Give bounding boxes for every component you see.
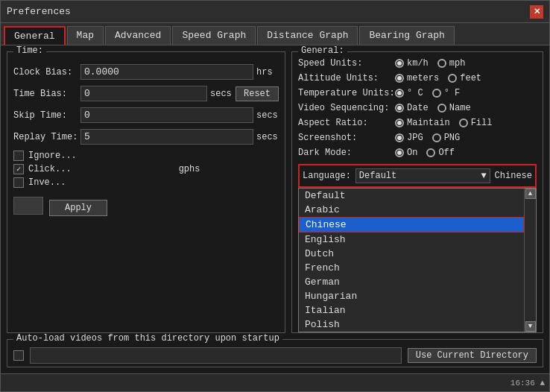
lang-default[interactable]: Default	[299, 189, 524, 203]
screenshot-row: Screenshot: JPG PNG	[298, 133, 537, 143]
temp-f-radio[interactable]	[432, 89, 441, 98]
temp-units-label: Temperature Units:	[298, 88, 395, 98]
time-bias-input[interactable]	[80, 86, 207, 101]
tab-speed-graph[interactable]: Speed Graph	[172, 26, 256, 45]
scroll-track	[525, 199, 536, 321]
lang-chinese[interactable]: Chinese	[299, 217, 524, 233]
dropdown-arrow-icon[interactable]: ▼	[481, 171, 486, 181]
replay-time-row: Replay Time: secs	[13, 129, 279, 145]
scroll-up-button[interactable]: ▲	[525, 189, 536, 199]
screenshot-png-radio[interactable]	[432, 133, 441, 142]
lang-polish[interactable]: Polish	[299, 317, 524, 332]
skip-time-label: Skip Time:	[13, 110, 80, 121]
aspect-fill-label: Fill	[471, 118, 493, 128]
dropdown-scrollbar: ▲ ▼	[524, 189, 536, 332]
scroll-down-button[interactable]: ▼	[525, 321, 536, 332]
speed-mph-option[interactable]: mph	[437, 58, 466, 69]
inve-label: Inve...	[28, 177, 66, 188]
speed-km-label: km/h	[407, 58, 429, 69]
temp-f-label: ° F	[444, 88, 461, 98]
lang-english[interactable]: English	[299, 233, 524, 247]
main-window: Preferences ✕ General Map Advanced Speed…	[0, 0, 550, 392]
speed-mph-radio[interactable]	[437, 59, 446, 68]
altitude-feet-label: feet	[460, 73, 481, 83]
lang-dutch[interactable]: Dutch	[299, 247, 524, 261]
speed-units-label: Speed Units:	[298, 58, 395, 69]
clock-bias-input[interactable]	[80, 64, 253, 80]
video-seq-label: Video Sequencing:	[298, 103, 395, 113]
dark-mode-off-label: Off	[438, 148, 455, 158]
click-checkbox-row: Click... gphs	[13, 164, 279, 174]
language-select[interactable]: Default ▼	[355, 168, 490, 183]
screenshot-png-option[interactable]: PNG	[432, 133, 461, 143]
aspect-maintain-radio[interactable]	[395, 118, 404, 127]
language-dropdown: Default Arabic Chinese English Dutch Fre…	[298, 188, 537, 332]
replay-time-unit: secs	[256, 132, 279, 142]
inve-checkbox[interactable]	[13, 177, 24, 188]
aspect-ratio-row: Aspect Ratio: Maintain Fill	[298, 118, 537, 128]
auto-load-label: Auto-load videos from this directory upo…	[13, 333, 282, 344]
tab-general[interactable]: General	[4, 26, 66, 45]
lang-french[interactable]: French	[299, 261, 524, 275]
bottom-bar: Auto-load videos from this directory upo…	[7, 339, 543, 367]
use-current-dir-button[interactable]: Use Current Directory	[408, 348, 537, 363]
altitude-feet-option[interactable]: feet	[448, 73, 481, 83]
temp-f-option[interactable]: ° F	[432, 88, 461, 98]
click-checkbox[interactable]	[13, 164, 24, 174]
skip-time-input[interactable]	[80, 107, 253, 123]
altitude-meters-radio[interactable]	[395, 74, 404, 83]
temp-c-option[interactable]: ° C	[395, 88, 423, 98]
video-date-radio[interactable]	[395, 104, 404, 113]
aspect-fill-radio[interactable]	[459, 118, 468, 127]
lang-arabic[interactable]: Arabic	[299, 203, 524, 217]
clock-bias-label: Clock Bias:	[13, 67, 80, 78]
speed-km-radio[interactable]	[395, 59, 404, 68]
temp-c-radio[interactable]	[395, 89, 404, 98]
replay-time-input[interactable]	[80, 129, 253, 145]
video-date-option[interactable]: Date	[395, 103, 429, 113]
altitude-meters-option[interactable]: meters	[395, 73, 439, 83]
dark-mode-off-option[interactable]: Off	[426, 148, 455, 158]
dir-checkbox[interactable]	[13, 350, 24, 361]
dark-mode-on-radio[interactable]	[395, 148, 404, 157]
ignore-checkbox[interactable]	[13, 151, 24, 161]
screenshot-png-label: PNG	[444, 133, 461, 143]
speed-mph-label: mph	[449, 58, 466, 69]
aspect-fill-option[interactable]: Fill	[459, 118, 493, 128]
tab-advanced[interactable]: Advanced	[105, 26, 171, 45]
language-label: Language:	[303, 171, 351, 181]
time-panel: Time: Clock Bias: hrs Time Bias: secs Re…	[7, 51, 285, 333]
tab-distance-graph[interactable]: Distance Graph	[257, 26, 358, 45]
dark-mode-row: Dark Mode: On Off	[298, 148, 537, 158]
dark-mode-off-radio[interactable]	[426, 148, 435, 157]
altitude-feet-radio[interactable]	[448, 74, 457, 83]
tab-bearing-graph[interactable]: Bearing Graph	[359, 26, 454, 45]
apply-button[interactable]: Apply	[49, 200, 107, 216]
title-bar: Preferences ✕	[1, 1, 549, 23]
video-seq-row: Video Sequencing: Date Name	[298, 103, 537, 113]
temp-c-label: ° C	[407, 88, 423, 98]
dark-mode-label: Dark Mode:	[298, 148, 395, 158]
dir-input[interactable]	[30, 347, 402, 364]
screenshot-jpg-option[interactable]: JPG	[395, 133, 423, 143]
lang-german[interactable]: German	[299, 275, 524, 289]
dark-mode-on-option[interactable]: On	[395, 148, 417, 158]
aspect-maintain-label: Maintain	[407, 118, 450, 128]
close-button[interactable]: ✕	[530, 5, 543, 19]
dark-mode-on-label: On	[407, 148, 417, 158]
language-chinese-label: Chinese	[495, 171, 532, 181]
video-name-option[interactable]: Name	[437, 103, 471, 113]
language-row: Language: Default ▼ Chinese	[298, 164, 537, 188]
aspect-maintain-option[interactable]: Maintain	[395, 118, 450, 128]
reset-button[interactable]: Reset	[236, 86, 279, 101]
video-date-label: Date	[407, 103, 429, 113]
dropdown-items-list: Default Arabic Chinese English Dutch Fre…	[299, 189, 524, 332]
tab-bar: General Map Advanced Speed Graph Distanc…	[1, 23, 549, 45]
video-name-radio[interactable]	[437, 104, 446, 113]
taskbar: 16:36 ▲	[1, 373, 549, 391]
lang-hungarian[interactable]: Hungarian	[299, 289, 524, 303]
tab-map[interactable]: Map	[67, 26, 104, 45]
speed-km-option[interactable]: km/h	[395, 58, 429, 69]
lang-italian[interactable]: Italian	[299, 303, 524, 317]
screenshot-jpg-radio[interactable]	[395, 133, 404, 142]
